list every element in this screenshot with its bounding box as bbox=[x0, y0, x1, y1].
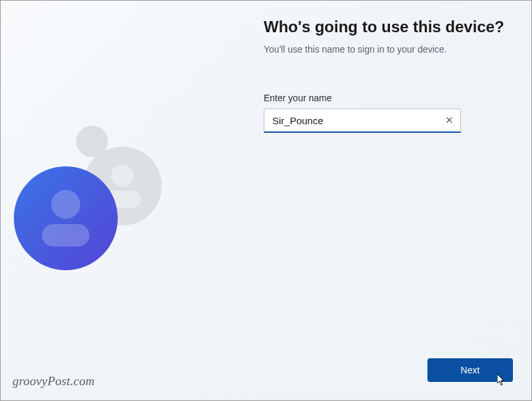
next-button[interactable]: Next bbox=[427, 358, 513, 382]
person-body bbox=[42, 224, 89, 247]
oobe-setup-window: Who's going to use this device? You'll u… bbox=[1, 1, 531, 400]
page-title: Who's going to use this device? bbox=[264, 18, 512, 36]
person-head bbox=[51, 190, 80, 219]
clear-input-icon[interactable]: ✕ bbox=[438, 109, 460, 131]
name-field-label: Enter your name bbox=[264, 93, 512, 103]
user-illustration bbox=[14, 126, 178, 310]
person-head bbox=[111, 164, 133, 187]
name-input[interactable] bbox=[264, 110, 438, 131]
setup-content: Who's going to use this device? You'll u… bbox=[264, 18, 512, 133]
page-subtitle: You'll use this name to sign in to your … bbox=[264, 44, 512, 55]
name-input-wrapper[interactable]: ✕ bbox=[264, 108, 461, 133]
person-blue-icon bbox=[14, 166, 118, 270]
watermark-text: groovyPost.com bbox=[12, 374, 95, 389]
